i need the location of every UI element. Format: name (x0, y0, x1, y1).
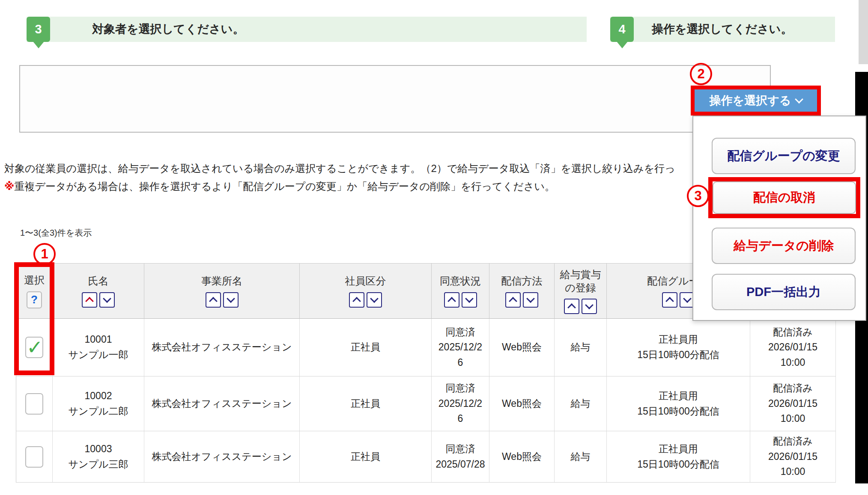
table-cell-status: 配信済み2026/01/1510:00 (750, 376, 836, 431)
step3-pointer-icon (33, 41, 44, 48)
step4-number-badge: 4 (610, 17, 634, 42)
row-checkbox[interactable] (25, 446, 43, 468)
column-header-2: 事業所名 (144, 263, 300, 319)
sort-buttons (662, 292, 695, 308)
chevron-down-icon (526, 294, 535, 303)
action-select-button[interactable]: 操作を選択する (695, 89, 817, 112)
sort-buttons (82, 292, 115, 308)
chevron-up-icon (567, 303, 576, 312)
table-cell-status: 配信済み2026/01/1510:00 (750, 319, 836, 376)
table-cell-consent: 同意済2025/12/26 (432, 376, 489, 431)
annotation-box-cancel-delivery: 配信の取消 (708, 177, 860, 218)
menu-item-pdf-export[interactable]: PDF一括出力 (712, 274, 856, 310)
action-select-label: 操作を選択する (710, 93, 791, 108)
selection-toolbar (19, 65, 771, 133)
sort-desc-button[interactable] (367, 292, 382, 308)
chevron-up-icon (209, 297, 218, 305)
column-header-4: 同意状況 (432, 263, 489, 319)
sort-desc-button[interactable] (223, 292, 239, 308)
table-cell-payroll: 給与 (555, 319, 607, 376)
column-header-6: 給与賞与の登録 (555, 263, 607, 319)
table-cell-group: 正社員用15日10時00分配信 (607, 319, 750, 376)
chevron-down-icon (585, 301, 594, 309)
page: 3 対象者を選択してください。 4 操作を選択してください。 対象者の選択 チェ… (0, 0, 868, 495)
menu-item-delete-payroll-data[interactable]: 給与データの削除 (712, 228, 856, 264)
table-cell-method: Web照会 (489, 376, 555, 431)
table-cell-select (16, 431, 53, 483)
sort-buttons (349, 292, 382, 308)
column-header-label: 氏名 (88, 274, 109, 288)
sort-asc-button[interactable] (444, 292, 459, 308)
sort-asc-button[interactable] (349, 292, 364, 308)
column-header-label: 給与賞与の登録 (560, 268, 601, 294)
table-cell-payroll: 給与 (555, 431, 607, 483)
annotation-box-select-column (14, 262, 54, 375)
annotation-circle-2: 2 (690, 63, 712, 85)
table-cell-consent: 同意済2025/12/26 (432, 319, 489, 376)
sort-buttons (206, 292, 239, 308)
chevron-up-icon (85, 297, 94, 305)
column-header-3: 社員区分 (300, 263, 432, 319)
annotation-circle-1: 1 (33, 243, 56, 265)
table-cell-office: 株式会社オフィスステーション (144, 319, 300, 376)
chevron-up-icon (509, 297, 517, 305)
sort-asc-button[interactable] (206, 292, 221, 308)
menu-item-change-delivery-group[interactable]: 配信グループの変更 (712, 138, 856, 174)
sort-asc-button[interactable] (82, 292, 97, 308)
sort-asc-button[interactable] (505, 292, 521, 308)
right-gray-strip (859, 0, 868, 64)
sort-buttons (564, 299, 597, 314)
table-cell-office: 株式会社オフィスステーション (144, 431, 300, 483)
table-cell-consent: 同意済2025/07/28 (432, 431, 489, 483)
sort-buttons (444, 292, 477, 308)
step4-label: 操作を選択してください。 (652, 17, 792, 42)
table-cell-payroll: 給与 (555, 376, 607, 431)
sort-buttons (505, 292, 538, 308)
column-header-label: 事業所名 (201, 274, 242, 288)
column-header-5: 配信方法 (489, 263, 555, 319)
annotation-circle-3: 3 (687, 185, 709, 207)
step4-number: 4 (618, 22, 625, 36)
column-header-label: 同意状況 (440, 274, 481, 288)
sort-desc-button[interactable] (523, 292, 538, 308)
menu-item-cancel-delivery[interactable]: 配信の取消 (713, 181, 856, 214)
sort-desc-button[interactable] (99, 292, 115, 308)
sort-asc-button[interactable] (662, 292, 677, 308)
table-cell-select (16, 376, 53, 431)
table-cell-employee_type: 正社員 (300, 319, 432, 376)
table-cell-name: 10001サンプル一郎 (53, 319, 144, 376)
table-cell-group: 正社員用15日10時00分配信 (607, 431, 750, 483)
sort-desc-button[interactable] (582, 299, 597, 314)
chevron-down-icon (103, 294, 111, 303)
row-checkbox[interactable] (25, 393, 43, 415)
table-cell-employee_type: 正社員 (300, 376, 432, 431)
action-menu-panel: 配信グループの変更 配信の取消 給与データの削除 PDF一括出力 (692, 116, 866, 321)
note-line2: ※重複データがある場合は、操作を選択するより「配信グループの変更」か「給与データ… (4, 180, 555, 193)
table-cell-name: 10002サンプル二郎 (53, 376, 144, 431)
column-header-label: 配信方法 (501, 274, 543, 288)
chevron-down-icon (795, 95, 804, 104)
result-count: 1〜3(全3)件を表示 (20, 227, 92, 239)
annotation-box-action-select: 操作を選択する (691, 86, 821, 116)
chevron-down-icon (370, 294, 379, 303)
table-cell-group: 正社員用15日10時00分配信 (607, 376, 750, 431)
sort-asc-button[interactable] (564, 299, 579, 314)
chevron-down-icon (683, 294, 692, 303)
column-header-label: 社員区分 (345, 274, 386, 288)
column-header-1: 氏名 (53, 263, 144, 319)
step3-number-badge: 3 (27, 17, 50, 42)
table-cell-employee_type: 正社員 (300, 431, 432, 483)
chevron-up-icon (352, 297, 361, 305)
step3-number: 3 (35, 22, 42, 36)
chevron-down-icon (227, 294, 235, 303)
table-cell-name: 10003サンプル三郎 (53, 431, 144, 483)
note-line1: 対象の従業員の選択は、給与データを取込されている場合のみ選択することができます。… (4, 162, 675, 175)
chevron-up-icon (447, 297, 456, 305)
table-cell-method: Web照会 (489, 431, 555, 483)
step4-pointer-icon (617, 41, 628, 48)
table-cell-office: 株式会社オフィスステーション (144, 376, 300, 431)
table-cell-status: 配信済み2026/01/1510:00 (750, 431, 836, 483)
note-asterisk-icon: ※ (4, 181, 14, 192)
step3-label: 対象者を選択してください。 (92, 17, 244, 42)
sort-desc-button[interactable] (462, 292, 477, 308)
